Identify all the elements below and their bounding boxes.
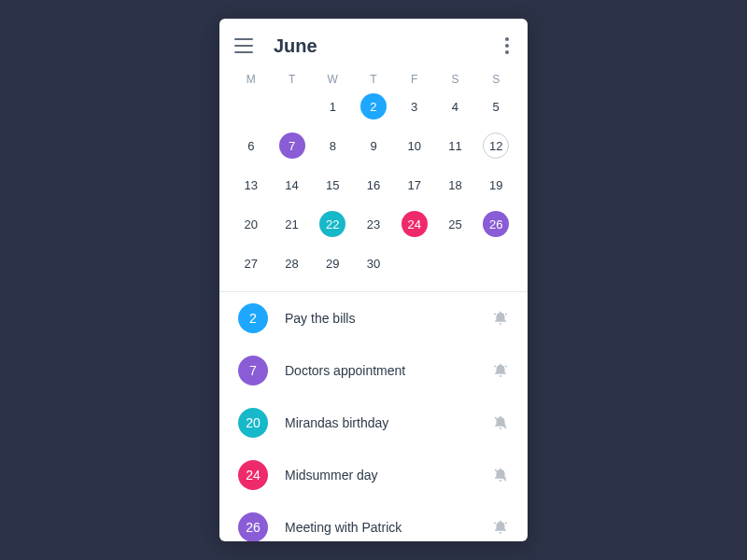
calendar-day[interactable]: 7 bbox=[272, 129, 313, 162]
bell-on-icon[interactable] bbox=[492, 310, 509, 327]
calendar-day[interactable]: 14 bbox=[272, 168, 313, 202]
calendar-day[interactable]: 13 bbox=[231, 168, 272, 202]
calendar-day-number: 6 bbox=[247, 139, 254, 153]
calendar-cell-empty bbox=[231, 90, 272, 123]
event-item[interactable]: 7Doctors appointment bbox=[219, 344, 528, 397]
calendar-day-number: 9 bbox=[370, 139, 376, 153]
event-label: Pay the bills bbox=[285, 311, 475, 326]
calendar-day-number: 30 bbox=[367, 257, 380, 271]
calendar-day-number: 18 bbox=[448, 178, 461, 192]
calendar-day-number: 28 bbox=[285, 257, 298, 271]
calendar-day[interactable]: 2 bbox=[353, 90, 394, 123]
calendar-day[interactable]: 4 bbox=[435, 90, 476, 123]
weekday-label: W bbox=[312, 73, 353, 86]
calendar-day-number: 14 bbox=[285, 178, 298, 192]
weekday-label: T bbox=[272, 73, 313, 86]
weekday-row: MTWTFSS bbox=[219, 65, 528, 90]
header: June bbox=[219, 19, 528, 65]
calendar-day-number: 24 bbox=[402, 211, 428, 237]
calendar-day-number: 2 bbox=[360, 93, 387, 119]
calendar-day-number: 25 bbox=[448, 217, 461, 231]
bell-off-icon[interactable] bbox=[492, 467, 509, 483]
calendar-day[interactable]: 21 bbox=[272, 207, 313, 241]
calendar-day[interactable]: 20 bbox=[231, 207, 272, 241]
calendar-day-number: 12 bbox=[483, 133, 509, 159]
calendar-day[interactable]: 5 bbox=[475, 90, 516, 123]
calendar-day[interactable]: 28 bbox=[272, 246, 313, 280]
calendar-day[interactable]: 22 bbox=[312, 207, 353, 241]
menu-icon[interactable] bbox=[234, 38, 253, 53]
calendar-day[interactable]: 10 bbox=[394, 129, 435, 162]
calendar-cell-empty bbox=[272, 90, 313, 123]
calendar-day-number: 16 bbox=[367, 178, 380, 192]
calendar-day[interactable]: 26 bbox=[475, 207, 516, 241]
event-label: Mirandas birthday bbox=[285, 415, 475, 430]
calendar-day[interactable]: 19 bbox=[475, 168, 516, 202]
calendar-day[interactable]: 6 bbox=[231, 129, 272, 162]
calendar-day-number: 1 bbox=[330, 100, 336, 114]
calendar-day[interactable]: 12 bbox=[475, 129, 516, 162]
bell-on-icon[interactable] bbox=[492, 362, 509, 379]
calendar-day[interactable]: 3 bbox=[394, 90, 435, 123]
event-item[interactable]: 26Meeting with Patrick bbox=[219, 501, 528, 541]
event-day-badge: 2 bbox=[238, 303, 268, 333]
calendar-day-number: 17 bbox=[407, 178, 420, 192]
event-item[interactable]: 24Midsummer day bbox=[219, 449, 528, 501]
calendar-day-number: 7 bbox=[279, 133, 305, 159]
calendar-day-number: 3 bbox=[411, 100, 417, 114]
weekday-label: T bbox=[353, 73, 394, 86]
calendar-day[interactable]: 9 bbox=[353, 129, 394, 162]
calendar-day[interactable]: 11 bbox=[435, 129, 476, 162]
event-label: Meeting with Patrick bbox=[285, 520, 475, 535]
calendar-day-number: 13 bbox=[245, 178, 258, 192]
calendar-day[interactable]: 25 bbox=[435, 207, 476, 241]
calendar-day[interactable]: 27 bbox=[231, 246, 272, 280]
event-label: Doctors appointment bbox=[285, 363, 475, 378]
event-item[interactable]: 20Mirandas birthday bbox=[219, 397, 528, 449]
bell-on-icon[interactable] bbox=[492, 519, 509, 536]
event-list: 2Pay the bills7Doctors appointment20Mira… bbox=[219, 292, 528, 541]
calendar-grid: 1234567891011121314151617181920212223242… bbox=[219, 90, 528, 291]
calendar-day-number: 27 bbox=[245, 257, 258, 271]
calendar-card: June MTWTFSS 123456789101112131415161718… bbox=[219, 19, 528, 541]
calendar-day-number: 19 bbox=[489, 178, 502, 192]
event-day-badge: 20 bbox=[238, 408, 268, 438]
calendar-day-number: 4 bbox=[452, 100, 458, 114]
calendar-day[interactable]: 29 bbox=[312, 246, 353, 280]
page-title: June bbox=[274, 35, 501, 57]
event-day-badge: 24 bbox=[238, 460, 268, 490]
calendar-day[interactable]: 24 bbox=[394, 207, 435, 241]
calendar-day-number: 23 bbox=[367, 217, 380, 231]
calendar-day-number: 21 bbox=[285, 217, 298, 231]
calendar-day[interactable]: 17 bbox=[394, 168, 435, 202]
calendar-day-number: 8 bbox=[330, 139, 336, 153]
calendar-day-number: 20 bbox=[245, 217, 258, 231]
event-label: Midsummer day bbox=[285, 468, 475, 483]
event-day-badge: 7 bbox=[238, 356, 268, 385]
calendar-day[interactable]: 1 bbox=[312, 90, 353, 123]
calendar-day-number: 26 bbox=[483, 211, 509, 237]
event-day-badge: 26 bbox=[238, 512, 268, 541]
calendar-day[interactable]: 23 bbox=[353, 207, 394, 241]
calendar-day-number: 10 bbox=[407, 139, 420, 153]
calendar-day-number: 5 bbox=[493, 100, 500, 114]
calendar-day-number: 29 bbox=[326, 257, 339, 271]
calendar-day[interactable]: 16 bbox=[353, 168, 394, 202]
weekday-label: S bbox=[435, 73, 476, 86]
calendar-day-number: 22 bbox=[319, 211, 345, 237]
calendar-day-number: 15 bbox=[326, 178, 339, 192]
calendar-day-number: 11 bbox=[448, 139, 461, 153]
calendar-day[interactable]: 18 bbox=[435, 168, 476, 202]
calendar-day[interactable]: 8 bbox=[312, 129, 353, 162]
more-icon[interactable] bbox=[501, 34, 513, 58]
weekday-label: F bbox=[394, 73, 435, 86]
bell-off-icon[interactable] bbox=[492, 414, 509, 431]
weekday-label: M bbox=[231, 73, 272, 86]
calendar-day[interactable]: 15 bbox=[312, 168, 353, 202]
event-item[interactable]: 2Pay the bills bbox=[219, 292, 528, 344]
calendar-day[interactable]: 30 bbox=[353, 246, 394, 280]
weekday-label: S bbox=[475, 73, 516, 86]
